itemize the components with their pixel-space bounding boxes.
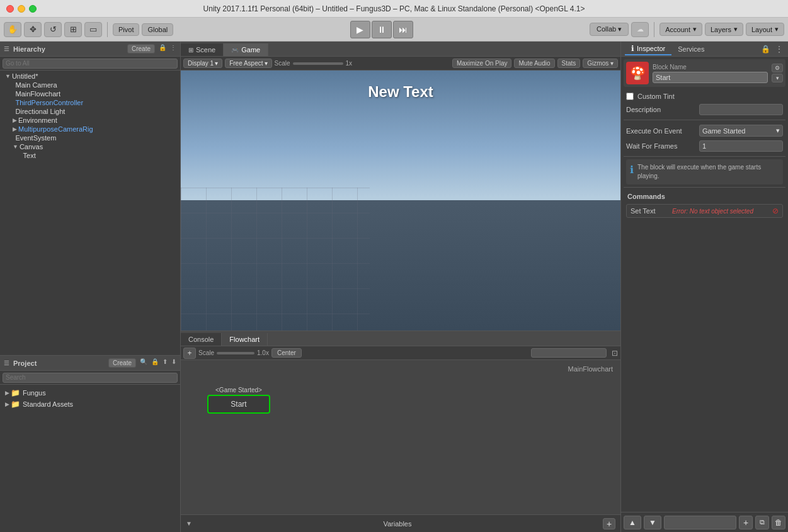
account-button[interactable]: Account ▾	[660, 23, 702, 36]
hierarchy-item-environment[interactable]: ▶ Environment	[0, 116, 180, 125]
project-item-fungus[interactable]: ▶ 📁 Fungus	[3, 387, 178, 399]
fc-scale-slider[interactable]	[217, 352, 254, 354]
scale-label: Scale	[275, 60, 290, 67]
flowchart-expand-icon[interactable]: ⊡	[612, 349, 618, 358]
collab-label: Collab ▾	[597, 25, 622, 33]
console-tab-label: Console	[188, 336, 214, 343]
variables-add-button[interactable]: +	[603, 518, 615, 529]
tab-inspector[interactable]: ℹ Inspector	[625, 43, 671, 55]
aspect-arrow-icon: ▾	[265, 60, 268, 67]
inspector-lock-button[interactable]: 🔒	[760, 45, 772, 54]
hierarchy-create-button[interactable]: Create	[127, 44, 155, 54]
maximize-button[interactable]	[29, 5, 37, 13]
inspector-command-field	[664, 516, 736, 529]
mute-audio-button[interactable]: Mute Audio	[514, 59, 554, 68]
hier-label-canvas: Canvas	[20, 143, 43, 150]
hier-arrow-untitled[interactable]: ▼	[5, 73, 11, 79]
inspector-add-command-button[interactable]: +	[739, 516, 753, 529]
hierarchy-lock-icon[interactable]: 🔒	[159, 44, 166, 54]
execute-event-dropdown[interactable]: Game Started ▾	[699, 125, 783, 137]
wait-frames-input[interactable]	[699, 140, 783, 152]
scale-tool-button[interactable]: ⊞	[64, 22, 82, 37]
flowchart-toolbar: + Scale 1.0x Center ⊡	[181, 346, 620, 360]
tab-scene[interactable]: ⊞ Scene	[181, 43, 224, 56]
block-name-input[interactable]	[653, 72, 768, 83]
flowchart-content: MainFlowchart <Game Started> Start	[181, 360, 620, 514]
move-tool-button[interactable]: ✥	[24, 22, 42, 37]
hierarchy-item-thirdpersoncontroller[interactable]: ThirdPersonController	[0, 98, 180, 107]
gizmos-button[interactable]: Gizmos ▾	[583, 59, 618, 68]
rotate-tool-button[interactable]: ↺	[44, 22, 62, 37]
hier-arrow-canvas[interactable]: ▼	[13, 144, 18, 150]
fc-block-box[interactable]: Start	[207, 395, 270, 414]
global-button[interactable]: Global	[142, 23, 173, 36]
project-down-icon[interactable]: ⬇	[171, 358, 176, 368]
hier-arrow-multipurposecamerarig[interactable]: ▶	[13, 126, 17, 132]
pause-button[interactable]: ⏸	[372, 21, 392, 38]
pivot-label: Pivot	[118, 26, 134, 33]
aspect-dropdown[interactable]: Free Aspect ▾	[225, 59, 271, 68]
description-input[interactable]	[699, 104, 783, 115]
tab-services[interactable]: Services	[671, 44, 711, 54]
block-toggle-button[interactable]: ▾	[772, 74, 783, 82]
tab-console[interactable]: Console	[181, 333, 222, 346]
inspector-copy-command-button[interactable]: ⧉	[755, 516, 769, 529]
project-create-button[interactable]: Create	[108, 358, 136, 368]
block-settings-button[interactable]: ⚙	[772, 64, 783, 72]
hierarchy-item-text[interactable]: Text	[0, 151, 180, 160]
hierarchy-actions: Create 🔒 ⋮	[127, 44, 176, 54]
scale-slider[interactable]	[293, 62, 343, 65]
flowchart-search-input[interactable]	[531, 348, 607, 358]
hierarchy-item-untitled[interactable]: ▼ Untitled*	[0, 72, 180, 81]
project-lock-icon[interactable]: 🔒	[151, 358, 159, 368]
inspector-up-button[interactable]: ▲	[624, 516, 641, 529]
inspector-menu-button[interactable]: ⋮	[774, 45, 784, 54]
flowchart-add-button[interactable]: +	[183, 348, 196, 359]
hierarchy-item-multipurposecamerarig[interactable]: ▶ MultipurposeCameraRig	[0, 125, 180, 133]
hierarchy-item-mainflowchart[interactable]: MainFlowchart	[0, 89, 180, 98]
minimize-button[interactable]	[18, 5, 25, 13]
hierarchy-item-main-camera[interactable]: Main Camera	[0, 81, 180, 89]
global-label: Global	[147, 26, 168, 33]
project-search-icon[interactable]: 🔍	[140, 358, 147, 368]
stats-button[interactable]: Stats	[557, 59, 581, 68]
info-icon: ℹ	[630, 164, 634, 176]
hand-tool-button[interactable]: ✋	[4, 22, 21, 37]
standard-assets-arrow-icon[interactable]: ▶	[5, 401, 9, 407]
layout-button[interactable]: Layout ▾	[746, 23, 784, 36]
project-search-input[interactable]	[3, 373, 178, 383]
step-button[interactable]: ⏭	[393, 21, 413, 38]
inspector-down-button[interactable]: ▼	[644, 516, 661, 529]
custom-tint-checkbox[interactable]	[626, 93, 634, 100]
tab-game[interactable]: 🎮 Game	[224, 43, 268, 56]
close-button[interactable]	[6, 5, 14, 13]
flowchart-block[interactable]: <Game Started> Start	[207, 387, 270, 414]
display-dropdown[interactable]: Display 1 ▾	[183, 59, 222, 68]
variables-arrow-icon[interactable]: ▼	[186, 520, 192, 527]
inspector-tab-label: Inspector	[637, 45, 665, 52]
maximize-on-play-button[interactable]: Maximize On Play	[452, 59, 512, 68]
layers-button[interactable]: Layers ▾	[705, 23, 743, 36]
hierarchy-item-canvas[interactable]: ▼ Canvas	[0, 142, 180, 151]
hierarchy-item-directional-light[interactable]: Directional Light	[0, 107, 180, 116]
mushroom-icon: 🍄	[626, 62, 649, 84]
cloud-button[interactable]: ☁	[631, 22, 649, 37]
hier-arrow-text	[20, 152, 22, 159]
command-row-set-text[interactable]: Set Text Error: No text object selected …	[626, 204, 783, 218]
flowchart-center-button[interactable]: Center	[271, 348, 302, 358]
tab-flowchart[interactable]: Flowchart	[222, 333, 268, 346]
hierarchy-search-input[interactable]	[3, 59, 178, 69]
hierarchy-item-eventsystem[interactable]: EventSystem	[0, 133, 180, 142]
fungus-arrow-icon[interactable]: ▶	[5, 390, 9, 396]
hier-arrow-environment[interactable]: ▶	[13, 117, 17, 123]
title-bar: Unity 2017.1.1f1 Personal (64bit) – Unti…	[0, 0, 788, 18]
info-text: The block will execute when the game sta…	[637, 163, 779, 181]
inspector-delete-command-button[interactable]: 🗑	[772, 516, 785, 529]
project-up-icon[interactable]: ⬆	[163, 358, 168, 368]
rect-tool-button[interactable]: ▭	[84, 22, 102, 37]
collab-button[interactable]: Collab ▾	[590, 23, 629, 36]
project-item-standard-assets[interactable]: ▶ 📁 Standard Assets	[3, 399, 178, 410]
pivot-button[interactable]: Pivot	[113, 23, 139, 36]
hierarchy-menu-icon[interactable]: ⋮	[170, 44, 176, 54]
play-button[interactable]: ▶	[350, 21, 370, 38]
